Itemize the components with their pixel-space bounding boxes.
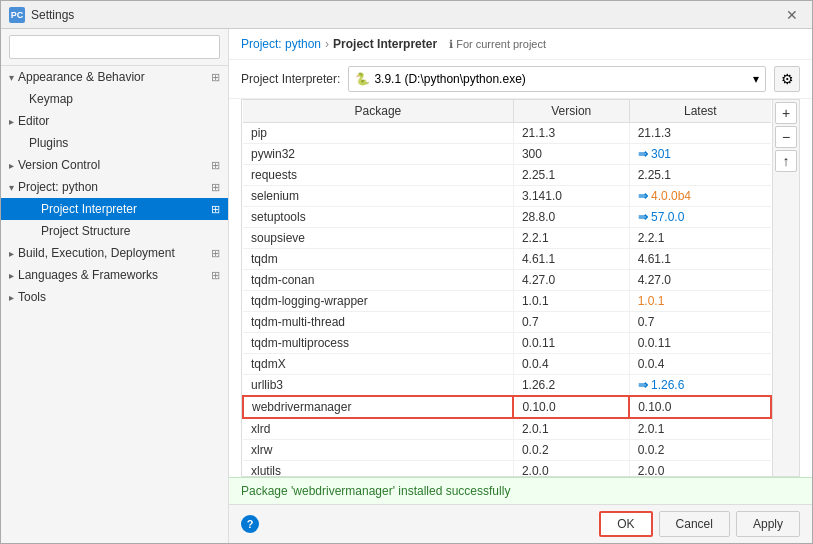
table-row[interactable]: pywin32300⇒ 301 [243, 144, 771, 165]
build-icon: ⊞ [211, 247, 220, 260]
title-bar: PC Settings ✕ [1, 1, 812, 29]
package-name: tqdm [243, 249, 513, 270]
chevron-icon: ▸ [9, 248, 14, 259]
settings-icon: ⊞ [211, 71, 220, 84]
app-icon: PC [9, 7, 25, 23]
package-latest: ⇒ 301 [629, 144, 771, 165]
package-latest: ⇒ 1.26.6 [629, 375, 771, 397]
breadcrumb-note: ℹ For current project [449, 38, 546, 51]
sidebar-item-tools[interactable]: ▸ Tools [1, 286, 228, 308]
table-row[interactable]: setuptools28.8.0⇒ 57.0.0 [243, 207, 771, 228]
sidebar-item-appearance[interactable]: ▾ Appearance & Behavior ⊞ [1, 66, 228, 88]
table-row[interactable]: soupsieve2.2.12.2.1 [243, 228, 771, 249]
package-name: tqdm-conan [243, 270, 513, 291]
table-row[interactable]: pip21.1.321.1.3 [243, 123, 771, 144]
chevron-icon: ▾ [9, 182, 14, 193]
sidebar-item-project-interpreter[interactable]: Project Interpreter ⊞ [1, 198, 228, 220]
package-name: xlutils [243, 461, 513, 477]
lang-icon: ⊞ [211, 269, 220, 282]
python-icon: 🐍 [355, 72, 370, 86]
sidebar-item-languages-frameworks[interactable]: ▸ Languages & Frameworks ⊞ [1, 264, 228, 286]
add-package-button[interactable]: + [775, 102, 797, 124]
chevron-icon: ▸ [9, 116, 14, 127]
help-button[interactable]: ? [241, 515, 259, 533]
project-icon: ⊞ [211, 181, 220, 194]
package-name: xlrw [243, 440, 513, 461]
table-row[interactable]: tqdm-multi-thread0.70.7 [243, 312, 771, 333]
info-icon: ℹ [449, 38, 453, 50]
sidebar-item-build-execution[interactable]: ▸ Build, Execution, Deployment ⊞ [1, 242, 228, 264]
package-name: tqdm-logging-wrapper [243, 291, 513, 312]
apply-button[interactable]: Apply [736, 511, 800, 537]
package-name: selenium [243, 186, 513, 207]
chevron-icon: ▾ [9, 72, 14, 83]
settings-window: PC Settings ✕ ▾ Appearance & Behavior ⊞ … [0, 0, 813, 544]
breadcrumb: Project: python › Project Interpreter ℹ … [229, 29, 812, 60]
package-latest: 4.61.1 [629, 249, 771, 270]
chevron-icon: ▸ [9, 292, 14, 303]
interpreter-row: Project Interpreter: 🐍 3.9.1 (D:\python\… [229, 60, 812, 99]
package-latest: 0.7 [629, 312, 771, 333]
sidebar-item-keymap[interactable]: Keymap [1, 88, 228, 110]
ok-button[interactable]: OK [599, 511, 652, 537]
status-bar: Package 'webdrivermanager' installed suc… [229, 477, 812, 504]
package-latest: 0.10.0 [629, 396, 771, 418]
package-latest: 2.2.1 [629, 228, 771, 249]
package-latest: 2.0.1 [629, 418, 771, 440]
search-input[interactable] [9, 35, 220, 59]
remove-package-button[interactable]: − [775, 126, 797, 148]
package-name: requests [243, 165, 513, 186]
table-row[interactable]: tqdm4.61.14.61.1 [243, 249, 771, 270]
package-name: soupsieve [243, 228, 513, 249]
breadcrumb-separator: › [325, 37, 329, 51]
package-version: 2.0.0 [513, 461, 629, 477]
chevron-icon: ▸ [9, 270, 14, 281]
package-latest: 21.1.3 [629, 123, 771, 144]
interpreter-label: Project Interpreter: [241, 72, 340, 86]
sidebar-item-plugins[interactable]: Plugins [1, 132, 228, 154]
dialog-buttons: OK Cancel Apply [599, 511, 800, 537]
package-latest: 0.0.2 [629, 440, 771, 461]
table-row[interactable]: xlutils2.0.02.0.0 [243, 461, 771, 477]
table-row[interactable]: selenium3.141.0⇒ 4.0.0b4 [243, 186, 771, 207]
up-button[interactable]: ↑ [775, 150, 797, 172]
table-row[interactable]: tqdmX0.0.40.0.4 [243, 354, 771, 375]
breadcrumb-parent[interactable]: Project: python [241, 37, 321, 51]
table-row[interactable]: xlrd2.0.12.0.1 [243, 418, 771, 440]
table-row[interactable]: tqdm-logging-wrapper1.0.11.0.1 [243, 291, 771, 312]
sidebar: ▾ Appearance & Behavior ⊞ Keymap ▸ Edito… [1, 29, 229, 543]
package-version: 28.8.0 [513, 207, 629, 228]
package-name: tqdm-multiprocess [243, 333, 513, 354]
vcs-icon: ⊞ [211, 159, 220, 172]
packages-tbody: pip21.1.321.1.3pywin32300⇒ 301requests2.… [243, 123, 771, 477]
package-version: 0.0.4 [513, 354, 629, 375]
package-latest: 2.25.1 [629, 165, 771, 186]
sidebar-item-project-python[interactable]: ▾ Project: python ⊞ [1, 176, 228, 198]
table-row[interactable]: requests2.25.12.25.1 [243, 165, 771, 186]
packages-table: Package Version Latest pip21.1.321.1.3py… [242, 100, 772, 476]
table-row[interactable]: webdrivermanager0.10.00.10.0 [243, 396, 771, 418]
interpreter-gear-button[interactable]: ⚙ [774, 66, 800, 92]
sidebar-item-editor[interactable]: ▸ Editor [1, 110, 228, 132]
package-version: 0.10.0 [513, 396, 629, 418]
close-button[interactable]: ✕ [780, 5, 804, 25]
package-version: 2.2.1 [513, 228, 629, 249]
packages-table-container: Package Version Latest pip21.1.321.1.3py… [242, 100, 772, 476]
breadcrumb-current: Project Interpreter [333, 37, 437, 51]
interpreter-select[interactable]: 🐍 3.9.1 (D:\python\python.exe) ▾ [348, 66, 766, 92]
package-name: tqdm-multi-thread [243, 312, 513, 333]
package-name: pip [243, 123, 513, 144]
cancel-button[interactable]: Cancel [659, 511, 730, 537]
window-title: Settings [31, 8, 74, 22]
status-message: Package 'webdrivermanager' installed suc… [241, 484, 510, 498]
sidebar-item-project-structure[interactable]: Project Structure [1, 220, 228, 242]
package-latest: ⇒ 57.0.0 [629, 207, 771, 228]
package-name: urllib3 [243, 375, 513, 397]
package-version: 21.1.3 [513, 123, 629, 144]
search-box [1, 29, 228, 66]
sidebar-item-version-control[interactable]: ▸ Version Control ⊞ [1, 154, 228, 176]
table-row[interactable]: tqdm-conan4.27.04.27.0 [243, 270, 771, 291]
table-row[interactable]: tqdm-multiprocess0.0.110.0.11 [243, 333, 771, 354]
table-row[interactable]: urllib31.26.2⇒ 1.26.6 [243, 375, 771, 397]
table-row[interactable]: xlrw0.0.20.0.2 [243, 440, 771, 461]
